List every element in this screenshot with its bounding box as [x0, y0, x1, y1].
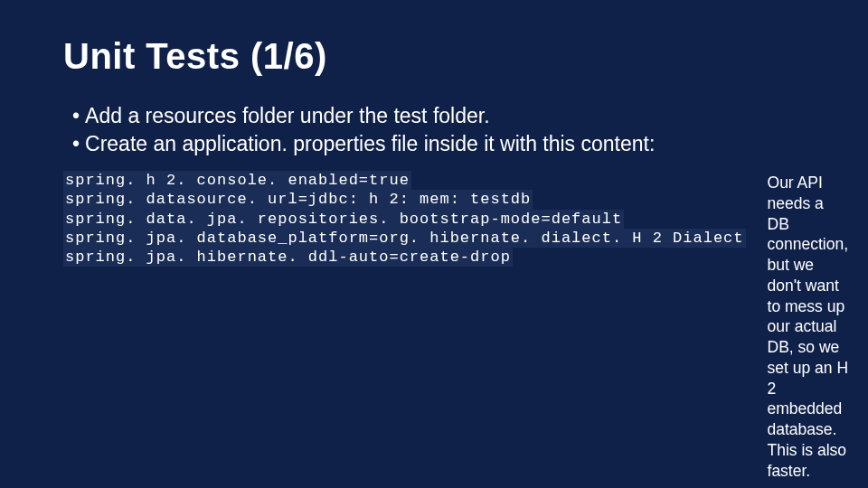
- code-and-note-row: spring. h 2. console. enabled=true sprin…: [63, 171, 814, 481]
- top-bullet-list: • Add a resources folder under the test …: [63, 102, 814, 158]
- bullet-item: • Create an application. properties file…: [63, 130, 814, 158]
- bullet-dot: •: [72, 102, 80, 130]
- side-note: Our API needs a DB connection, but we do…: [768, 173, 849, 481]
- code-block: spring. h 2. console. enabled=true sprin…: [63, 171, 746, 267]
- code-line: spring. datasource. url=jdbc: h 2: mem: …: [63, 190, 533, 209]
- bullet-dot: •: [72, 130, 80, 158]
- bullet-text: Add a resources folder under the test fo…: [85, 102, 814, 130]
- code-line: spring. data. jpa. repositories. bootstr…: [63, 210, 624, 229]
- code-line: spring. jpa. hibernate. ddl-auto=create-…: [63, 248, 513, 267]
- bullet-item: • Add a resources folder under the test …: [63, 102, 814, 130]
- slide-title: Unit Tests (1/6): [63, 36, 814, 77]
- code-line: spring. jpa. database_platform=org. hibe…: [63, 229, 746, 248]
- code-line: spring. h 2. console. enabled=true: [63, 171, 411, 190]
- bullet-text: Create an application. properties file i…: [85, 130, 814, 158]
